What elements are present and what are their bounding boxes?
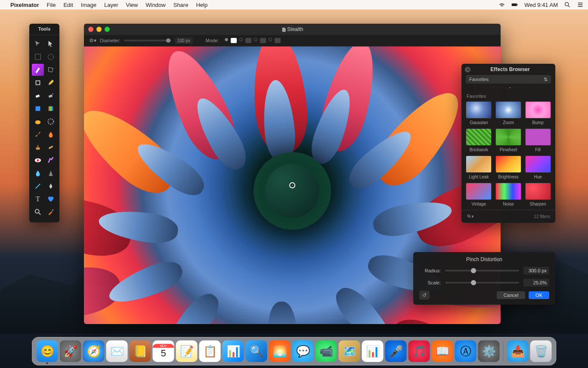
dock-keynote[interactable]: 🎤: [385, 340, 407, 362]
tool-color-wheel[interactable]: [45, 115, 57, 128]
tool-arrow-select[interactable]: [45, 38, 57, 50]
tool-smudge[interactable]: [32, 115, 44, 128]
effect-zoom[interactable]: Zoom: [495, 101, 522, 125]
effect-sharpen[interactable]: Sharpen: [525, 183, 551, 206]
tool-polygonal-lasso[interactable]: [45, 64, 57, 76]
effects-category-dropdown[interactable]: Favorites ⇅: [466, 75, 551, 84]
diameter-slider[interactable]: [124, 40, 171, 41]
tool-warp[interactable]: [45, 154, 57, 166]
effect-bump[interactable]: Bump: [525, 101, 551, 125]
dock-trash[interactable]: 🗑️: [530, 340, 552, 362]
tool-pencil[interactable]: [45, 77, 57, 89]
window-minimize-button[interactable]: [96, 27, 102, 32]
effect-vintage[interactable]: Vintage: [466, 183, 492, 206]
mode-radio-1[interactable]: [225, 38, 228, 41]
mode-btn-1[interactable]: [231, 38, 237, 43]
mode-radio-2[interactable]: [239, 38, 243, 41]
menu-layer[interactable]: Layer: [104, 2, 118, 8]
window-close-button[interactable]: [88, 27, 93, 32]
dock-notes[interactable]: 📝: [176, 340, 198, 362]
dock-numbers[interactable]: 📊: [362, 340, 384, 362]
dock-calendar[interactable]: NOV 5: [153, 340, 174, 362]
mode-radio-3[interactable]: [254, 38, 257, 41]
tool-sharpen[interactable]: [45, 167, 57, 179]
dock-preview[interactable]: 🔍: [246, 340, 267, 362]
dock-messages[interactable]: 💬: [292, 340, 314, 362]
effect-pinwheel[interactable]: Pinwheel: [495, 128, 522, 152]
close-icon[interactable]: ✕: [465, 67, 470, 72]
radius-slider[interactable]: [445, 270, 519, 271]
reset-button[interactable]: ↺: [419, 291, 430, 299]
menu-edit[interactable]: Edit: [63, 2, 73, 8]
dock-maps[interactable]: 🗺️: [339, 340, 360, 362]
menu-file[interactable]: File: [46, 2, 56, 8]
mode-btn-3[interactable]: [260, 38, 266, 43]
wifi-icon[interactable]: [498, 1, 505, 8]
dock-itunes[interactable]: 🎵: [409, 340, 430, 362]
dock-safari[interactable]: 🧭: [83, 340, 105, 362]
search-icon[interactable]: 🔍︎▾: [467, 214, 474, 219]
effect-lightleak[interactable]: Light Leak: [466, 156, 492, 179]
mode-btn-4[interactable]: [275, 38, 281, 43]
tool-crop[interactable]: [32, 77, 44, 89]
menu-help[interactable]: Help: [196, 2, 207, 8]
dock-contacts[interactable]: 📒: [130, 340, 151, 362]
tool-shape-rect[interactable]: [32, 103, 44, 115]
tool-blur[interactable]: [32, 167, 44, 179]
effect-gaussian[interactable]: Gaussian: [466, 101, 492, 125]
tool-marquee-rect[interactable]: [32, 51, 44, 63]
mode-radio-4[interactable]: [269, 38, 272, 41]
scale-value[interactable]: 25.0%: [523, 279, 549, 287]
tool-move[interactable]: [32, 38, 44, 50]
tool-pen[interactable]: [45, 180, 57, 192]
effect-brickwork[interactable]: Brickwork: [466, 128, 492, 152]
menu-share[interactable]: Share: [173, 2, 189, 8]
dock-mail[interactable]: ✉️: [106, 340, 128, 362]
tool-eyedropper[interactable]: [45, 206, 57, 218]
battery-icon[interactable]: [511, 1, 518, 8]
tool-red-eye[interactable]: [32, 154, 44, 166]
tool-marquee-ellipse[interactable]: [45, 51, 57, 63]
dock-ibooks[interactable]: 📖: [432, 340, 453, 362]
app-name[interactable]: Pixelmator: [10, 2, 39, 8]
dock-launchpad[interactable]: 🚀: [60, 340, 81, 362]
tool-gradient[interactable]: [45, 103, 57, 115]
tool-clone-stamp[interactable]: [32, 141, 44, 153]
radius-value[interactable]: 300.0 px: [523, 267, 549, 274]
tool-magic-eraser[interactable]: [45, 90, 57, 102]
scale-slider[interactable]: [445, 282, 519, 284]
dock-finder[interactable]: 😊: [37, 340, 58, 362]
dock-settings[interactable]: ⚙️: [478, 340, 500, 362]
ok-button[interactable]: OK: [529, 291, 549, 299]
dock-reminders[interactable]: 📋: [199, 340, 221, 362]
notification-center-icon[interactable]: [577, 1, 584, 8]
tool-zoom[interactable]: [32, 206, 44, 218]
effect-hue[interactable]: Hue: [525, 156, 551, 179]
thumbnail-size-slider[interactable]: · · · · • · · ·: [461, 84, 555, 92]
tool-type[interactable]: T: [32, 193, 44, 205]
gear-icon[interactable]: ⚙︎▾: [89, 37, 96, 44]
menu-view[interactable]: View: [126, 2, 138, 8]
effect-fill[interactable]: Fill: [525, 128, 551, 152]
dock-downloads[interactable]: 📥: [507, 340, 529, 362]
tool-paint[interactable]: [45, 128, 57, 140]
menu-image[interactable]: Image: [81, 2, 96, 8]
tool-heart-shape[interactable]: [45, 193, 57, 205]
window-zoom-button[interactable]: [105, 27, 110, 32]
tool-heal[interactable]: [45, 141, 57, 153]
dock-dashboard[interactable]: 📊: [223, 340, 244, 362]
effect-brightness[interactable]: Brightness: [495, 156, 522, 179]
tool-eraser[interactable]: [32, 90, 44, 102]
spotlight-icon[interactable]: [564, 1, 571, 8]
effect-cursor-icon[interactable]: [289, 182, 295, 188]
dock-photos[interactable]: 🌅: [269, 340, 291, 362]
dock-appstore[interactable]: Ⓐ: [455, 340, 477, 362]
mode-btn-2[interactable]: [245, 38, 251, 43]
cancel-button[interactable]: Cancel: [497, 291, 525, 299]
tool-line[interactable]: [32, 180, 44, 192]
effect-noise[interactable]: Noise: [495, 183, 522, 206]
diameter-value[interactable]: 100 px: [175, 37, 193, 44]
dock-facetime[interactable]: 📹: [316, 340, 337, 362]
clock[interactable]: Wed 9:41 AM: [524, 2, 558, 8]
menu-window[interactable]: Window: [145, 2, 165, 8]
